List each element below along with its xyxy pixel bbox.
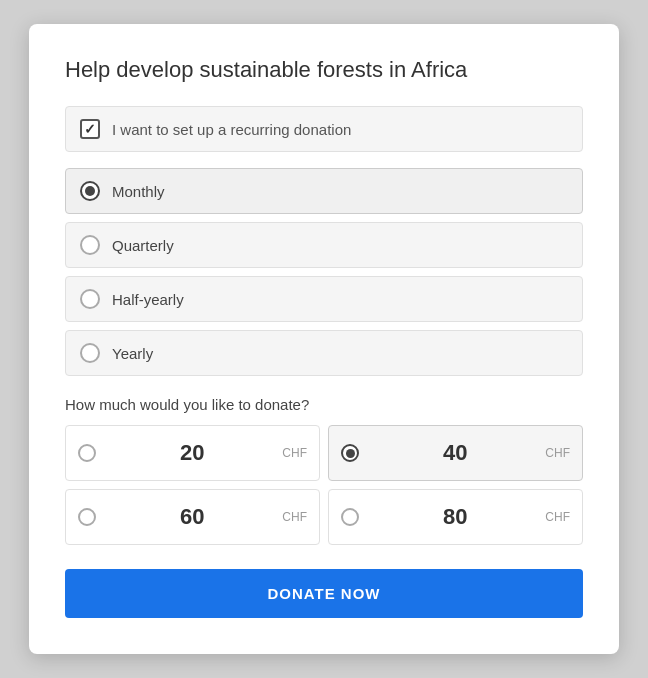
amount-currency-20: CHF — [282, 446, 307, 460]
frequency-option-yearly[interactable]: Yearly — [65, 330, 583, 376]
amount-radio-60 — [78, 508, 96, 526]
frequency-option-half-yearly[interactable]: Half-yearly — [65, 276, 583, 322]
amount-grid: 20CHF40CHF60CHF80CHF — [65, 425, 583, 545]
amount-value-60: 60 — [106, 504, 278, 530]
amount-currency-80: CHF — [545, 510, 570, 524]
recurring-checkbox-row[interactable]: I want to set up a recurring donation — [65, 106, 583, 152]
radio-circle-quarterly — [80, 235, 100, 255]
recurring-checkbox-label: I want to set up a recurring donation — [112, 121, 351, 138]
amount-value-80: 80 — [369, 504, 541, 530]
frequency-label-quarterly: Quarterly — [112, 237, 174, 254]
amount-section-label: How much would you like to donate? — [65, 396, 583, 413]
amount-cell-60[interactable]: 60CHF — [65, 489, 320, 545]
radio-circle-yearly — [80, 343, 100, 363]
card-title: Help develop sustainable forests in Afri… — [65, 56, 583, 85]
amount-currency-60: CHF — [282, 510, 307, 524]
amount-cell-40[interactable]: 40CHF — [328, 425, 583, 481]
frequency-options-list: MonthlyQuarterlyHalf-yearlyYearly — [65, 168, 583, 376]
radio-circle-monthly — [80, 181, 100, 201]
frequency-label-monthly: Monthly — [112, 183, 165, 200]
frequency-option-monthly[interactable]: Monthly — [65, 168, 583, 214]
amount-currency-40: CHF — [545, 446, 570, 460]
donation-card: Help develop sustainable forests in Afri… — [29, 24, 619, 655]
frequency-label-half-yearly: Half-yearly — [112, 291, 184, 308]
amount-radio-80 — [341, 508, 359, 526]
amount-value-40: 40 — [369, 440, 541, 466]
amount-cell-20[interactable]: 20CHF — [65, 425, 320, 481]
amount-radio-20 — [78, 444, 96, 462]
amount-cell-80[interactable]: 80CHF — [328, 489, 583, 545]
recurring-checkbox-icon — [80, 119, 100, 139]
radio-circle-half-yearly — [80, 289, 100, 309]
frequency-option-quarterly[interactable]: Quarterly — [65, 222, 583, 268]
amount-radio-40 — [341, 444, 359, 462]
amount-value-20: 20 — [106, 440, 278, 466]
donate-now-button[interactable]: DONATE NOW — [65, 569, 583, 618]
frequency-label-yearly: Yearly — [112, 345, 153, 362]
